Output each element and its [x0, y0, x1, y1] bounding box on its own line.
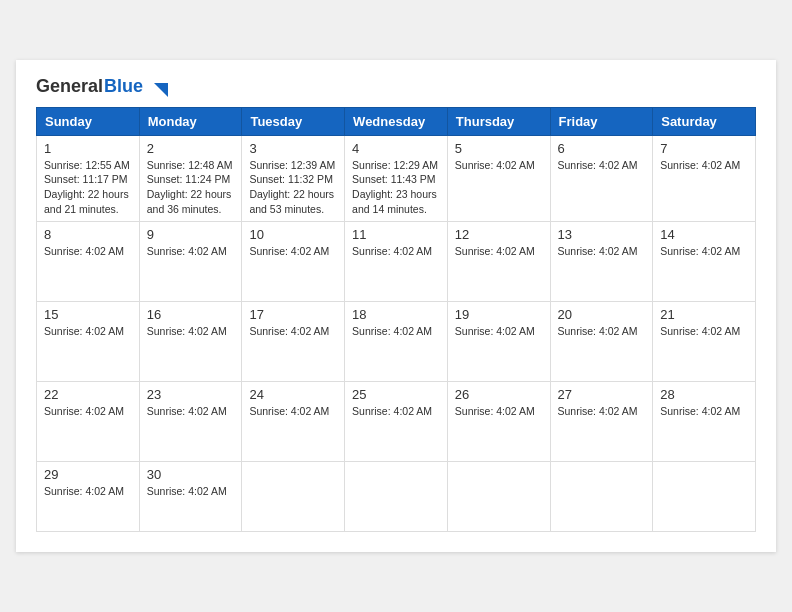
day-info: Sunrise: 4:02 AM [44, 484, 132, 499]
weekday-header-monday: Monday [139, 107, 242, 135]
day-info: Sunrise: 4:02 AM [455, 158, 543, 173]
day-info: Sunrise: 4:02 AM [558, 158, 646, 173]
day-info: Sunrise: 4:02 AM [455, 404, 543, 419]
calendar-empty-cell [242, 462, 345, 532]
day-info: Sunrise: 4:02 AM [147, 324, 235, 339]
day-number: 26 [455, 387, 543, 402]
day-info: Sunrise: 4:02 AM [558, 324, 646, 339]
weekday-header-saturday: Saturday [653, 107, 756, 135]
day-info: Sunrise: 4:02 AM [44, 244, 132, 259]
day-number: 4 [352, 141, 440, 156]
calendar-week-row: 1Sunrise: 12:55 AMSunset: 11:17 PMDaylig… [37, 135, 756, 222]
day-number: 19 [455, 307, 543, 322]
day-number: 3 [249, 141, 337, 156]
day-number: 2 [147, 141, 235, 156]
calendar-day-cell: 26Sunrise: 4:02 AM [447, 382, 550, 462]
day-info: Sunrise: 4:02 AM [249, 324, 337, 339]
calendar-empty-cell [447, 462, 550, 532]
weekday-header-sunday: Sunday [37, 107, 140, 135]
day-number: 23 [147, 387, 235, 402]
calendar-week-row: 8Sunrise: 4:02 AM9Sunrise: 4:02 AM10Sunr… [37, 222, 756, 302]
calendar-day-cell: 5Sunrise: 4:02 AM [447, 135, 550, 222]
weekday-header-wednesday: Wednesday [345, 107, 448, 135]
calendar-day-cell: 16Sunrise: 4:02 AM [139, 302, 242, 382]
day-info: Sunrise: 4:02 AM [660, 324, 748, 339]
weekday-header-row: SundayMondayTuesdayWednesdayThursdayFrid… [37, 107, 756, 135]
day-number: 21 [660, 307, 748, 322]
day-number: 28 [660, 387, 748, 402]
header-row: GeneralBlue [36, 76, 756, 97]
day-info: Sunrise: 4:02 AM [455, 244, 543, 259]
day-number: 11 [352, 227, 440, 242]
calendar-day-cell: 27Sunrise: 4:02 AM [550, 382, 653, 462]
calendar-week-row: 15Sunrise: 4:02 AM16Sunrise: 4:02 AM17Su… [37, 302, 756, 382]
calendar-day-cell: 1Sunrise: 12:55 AMSunset: 11:17 PMDaylig… [37, 135, 140, 222]
day-number: 1 [44, 141, 132, 156]
day-info: Sunrise: 12:55 AMSunset: 11:17 PMDayligh… [44, 158, 132, 217]
day-info: Sunrise: 4:02 AM [660, 404, 748, 419]
calendar-table: SundayMondayTuesdayWednesdayThursdayFrid… [36, 107, 756, 533]
day-info: Sunrise: 12:48 AMSunset: 11:24 PMDayligh… [147, 158, 235, 217]
calendar-day-cell: 20Sunrise: 4:02 AM [550, 302, 653, 382]
day-info: Sunrise: 4:02 AM [660, 244, 748, 259]
day-number: 6 [558, 141, 646, 156]
calendar-day-cell: 2Sunrise: 12:48 AMSunset: 11:24 PMDaylig… [139, 135, 242, 222]
calendar-day-cell: 23Sunrise: 4:02 AM [139, 382, 242, 462]
day-number: 15 [44, 307, 132, 322]
day-number: 8 [44, 227, 132, 242]
day-number: 14 [660, 227, 748, 242]
day-info: Sunrise: 4:02 AM [660, 158, 748, 173]
day-info: Sunrise: 4:02 AM [147, 404, 235, 419]
day-number: 24 [249, 387, 337, 402]
calendar-day-cell: 30Sunrise: 4:02 AM [139, 462, 242, 532]
day-number: 16 [147, 307, 235, 322]
logo-text: GeneralBlue [36, 76, 168, 97]
day-number: 27 [558, 387, 646, 402]
weekday-header-tuesday: Tuesday [242, 107, 345, 135]
calendar-day-cell: 14Sunrise: 4:02 AM [653, 222, 756, 302]
calendar-day-cell: 10Sunrise: 4:02 AM [242, 222, 345, 302]
logo-blue: Blue [104, 76, 143, 96]
calendar-day-cell: 29Sunrise: 4:02 AM [37, 462, 140, 532]
day-info: Sunrise: 4:02 AM [44, 324, 132, 339]
day-number: 9 [147, 227, 235, 242]
calendar-day-cell: 3Sunrise: 12:39 AMSunset: 11:32 PMDaylig… [242, 135, 345, 222]
day-info: Sunrise: 4:02 AM [352, 324, 440, 339]
day-info: Sunrise: 12:29 AMSunset: 11:43 PMDayligh… [352, 158, 440, 217]
day-number: 7 [660, 141, 748, 156]
calendar-day-cell: 17Sunrise: 4:02 AM [242, 302, 345, 382]
day-info: Sunrise: 4:02 AM [352, 244, 440, 259]
day-number: 18 [352, 307, 440, 322]
day-info: Sunrise: 4:02 AM [352, 404, 440, 419]
day-number: 22 [44, 387, 132, 402]
logo-general: General [36, 76, 103, 96]
calendar-day-cell: 11Sunrise: 4:02 AM [345, 222, 448, 302]
day-info: Sunrise: 4:02 AM [558, 404, 646, 419]
day-info: Sunrise: 4:02 AM [249, 404, 337, 419]
day-info: Sunrise: 4:02 AM [44, 404, 132, 419]
logo: GeneralBlue [36, 76, 168, 97]
calendar-day-cell: 9Sunrise: 4:02 AM [139, 222, 242, 302]
day-info: Sunrise: 4:02 AM [455, 324, 543, 339]
day-number: 20 [558, 307, 646, 322]
calendar-day-cell: 15Sunrise: 4:02 AM [37, 302, 140, 382]
day-number: 17 [249, 307, 337, 322]
calendar-day-cell: 18Sunrise: 4:02 AM [345, 302, 448, 382]
calendar-day-cell: 24Sunrise: 4:02 AM [242, 382, 345, 462]
calendar-empty-cell [550, 462, 653, 532]
day-number: 29 [44, 467, 132, 482]
day-info: Sunrise: 12:39 AMSunset: 11:32 PMDayligh… [249, 158, 337, 217]
calendar-week-row: 29Sunrise: 4:02 AM30Sunrise: 4:02 AM [37, 462, 756, 532]
day-info: Sunrise: 4:02 AM [558, 244, 646, 259]
svg-marker-0 [154, 83, 168, 97]
day-number: 13 [558, 227, 646, 242]
calendar-container: GeneralBlue SundayMondayTuesdayWednesday… [16, 60, 776, 553]
day-info: Sunrise: 4:02 AM [249, 244, 337, 259]
calendar-week-row: 22Sunrise: 4:02 AM23Sunrise: 4:02 AM24Su… [37, 382, 756, 462]
calendar-day-cell: 25Sunrise: 4:02 AM [345, 382, 448, 462]
calendar-empty-cell [653, 462, 756, 532]
calendar-day-cell: 4Sunrise: 12:29 AMSunset: 11:43 PMDaylig… [345, 135, 448, 222]
calendar-day-cell: 6Sunrise: 4:02 AM [550, 135, 653, 222]
calendar-day-cell: 19Sunrise: 4:02 AM [447, 302, 550, 382]
calendar-day-cell: 22Sunrise: 4:02 AM [37, 382, 140, 462]
